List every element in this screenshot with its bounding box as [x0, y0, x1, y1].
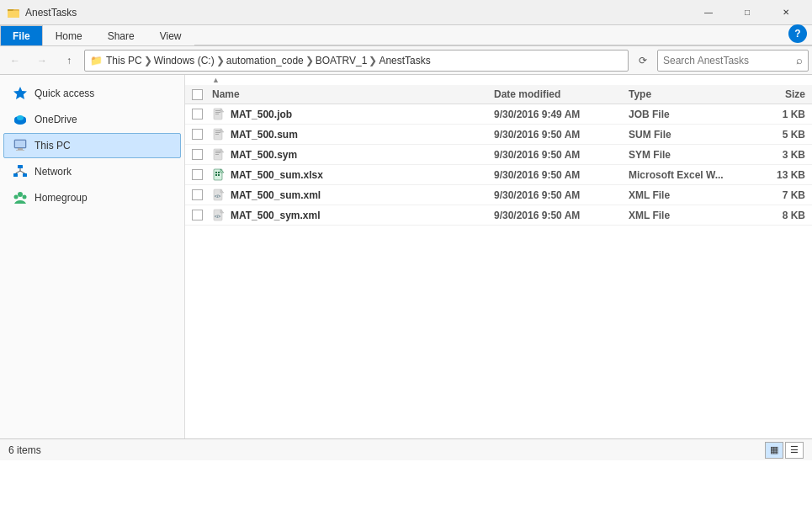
- header-name[interactable]: Name: [212, 88, 494, 100]
- tab-home[interactable]: Home: [43, 25, 95, 45]
- search-box[interactable]: ⌕: [657, 50, 809, 72]
- sum-icon: [212, 128, 226, 141]
- sidebar: Quick access OneDrive This PC: [0, 75, 185, 438]
- row-check[interactable]: [192, 129, 212, 140]
- sidebar-item-thispc[interactable]: This PC: [3, 133, 181, 158]
- help-button[interactable]: ?: [788, 24, 807, 43]
- table-row[interactable]: MAT_500.job 9/30/2016 9:49 AM JOB File 1…: [185, 104, 812, 125]
- svg-point-18: [14, 195, 19, 199]
- tab-file[interactable]: File: [0, 25, 43, 45]
- table-row[interactable]: MAT_500_sum.xlsx 9/30/2016 9:50 AM Micro…: [185, 165, 812, 185]
- view-details[interactable]: ☰: [785, 442, 804, 459]
- row-size: 7 KB: [746, 189, 805, 201]
- header-type[interactable]: Type: [629, 88, 746, 100]
- svg-line-16: [20, 171, 25, 173]
- svg-rect-10: [16, 150, 24, 151]
- sidebar-item-quickaccess[interactable]: Quick access: [3, 81, 181, 106]
- crumb-folder-icon: 📁: [90, 55, 103, 66]
- item-count: 6 items: [8, 444, 41, 456]
- row-check[interactable]: [192, 109, 212, 120]
- row-type: JOB File: [629, 109, 746, 120]
- header-size[interactable]: Size: [746, 88, 805, 100]
- svg-rect-12: [13, 173, 18, 177]
- view-large-icons[interactable]: ▦: [765, 442, 783, 459]
- svg-rect-9: [18, 148, 23, 150]
- row-type: Microsoft Excel W...: [629, 169, 746, 181]
- row-check[interactable]: [192, 169, 212, 180]
- svg-point-19: [23, 195, 27, 199]
- svg-line-15: [16, 171, 21, 173]
- svg-rect-36: [218, 174, 220, 176]
- status-bar: 6 items ▦ ☰: [0, 438, 812, 460]
- main-area: Quick access OneDrive This PC: [0, 75, 812, 438]
- address-box[interactable]: 📁 This PC ❯ Windows (C:) ❯ automation_co…: [84, 50, 629, 72]
- svg-rect-13: [23, 173, 27, 177]
- row-size: 3 KB: [746, 149, 805, 161]
- star-icon: [13, 86, 28, 101]
- table-row[interactable]: </> MAT_500_sum.xml 9/30/2016 9:50 AM XM…: [185, 185, 812, 205]
- svg-point-17: [18, 192, 23, 197]
- row-check[interactable]: [192, 149, 212, 160]
- network-icon: [13, 164, 28, 179]
- svg-rect-30: [215, 152, 220, 153]
- sidebar-item-homegroup[interactable]: Homegroup: [3, 185, 181, 210]
- tab-share[interactable]: Share: [95, 25, 147, 45]
- table-row[interactable]: MAT_500.sym 9/30/2016 9:50 AM SYM File 3…: [185, 145, 812, 165]
- svg-marker-2: [13, 87, 27, 99]
- svg-rect-21: [215, 110, 220, 111]
- search-icon: ⌕: [796, 54, 803, 66]
- crumb-boatrv: BOATRV_1: [316, 55, 368, 66]
- row-name: MAT_500.sym: [212, 148, 494, 162]
- sidebar-label-thispc: This PC: [34, 140, 71, 151]
- header-date[interactable]: Date modified: [494, 88, 629, 100]
- row-type: SUM File: [629, 129, 746, 141]
- close-button[interactable]: ✕: [767, 0, 805, 25]
- row-name: </> MAT_500_sym.xml: [212, 209, 494, 222]
- back-button[interactable]: ←: [3, 50, 27, 72]
- row-date: 9/30/2016 9:50 AM: [494, 149, 629, 161]
- row-check[interactable]: [192, 189, 212, 200]
- svg-rect-11: [18, 165, 23, 168]
- ribbon: File Home Share View ?: [0, 25, 812, 46]
- sidebar-label-homegroup: Homegroup: [34, 192, 88, 204]
- row-size: 13 KB: [746, 169, 805, 181]
- maximize-button[interactable]: □: [728, 0, 767, 25]
- row-name: MAT_500.sum: [212, 128, 494, 141]
- table-row[interactable]: MAT_500.sum 9/30/2016 9:50 AM SUM File 5…: [185, 125, 812, 145]
- sidebar-label-network: Network: [34, 166, 72, 178]
- up-button[interactable]: ↑: [57, 50, 81, 72]
- title-bar: AnestTasks — □ ✕: [0, 0, 812, 25]
- row-size: 1 KB: [746, 109, 805, 120]
- crumb-drive: Windows (C:): [154, 55, 215, 66]
- ribbon-tab-bar: File Home Share View ?: [0, 25, 812, 45]
- header-check[interactable]: [192, 89, 212, 100]
- row-check[interactable]: [192, 210, 212, 220]
- row-type: XML File: [629, 210, 746, 221]
- select-all-checkbox[interactable]: [192, 89, 203, 100]
- forward-button[interactable]: →: [30, 50, 54, 72]
- sidebar-label-quickaccess: Quick access: [34, 88, 94, 99]
- xml-icon: </>: [212, 189, 226, 202]
- sidebar-item-onedrive[interactable]: OneDrive: [3, 107, 181, 132]
- svg-rect-22: [215, 112, 220, 113]
- svg-point-6: [17, 115, 24, 120]
- sidebar-item-network[interactable]: Network: [3, 159, 181, 184]
- xlsx-icon: [212, 168, 226, 182]
- tab-view[interactable]: View: [147, 25, 194, 45]
- svg-rect-33: [215, 172, 217, 173]
- svg-rect-34: [218, 172, 220, 173]
- row-size: 8 KB: [746, 210, 805, 221]
- svg-rect-26: [215, 132, 220, 133]
- search-input[interactable]: [663, 55, 793, 66]
- row-date: 9/30/2016 9:49 AM: [494, 109, 629, 120]
- title-bar-controls: — □ ✕: [689, 0, 805, 25]
- row-name: </> MAT_500_sum.xml: [212, 189, 494, 202]
- cloud-icon: [13, 112, 28, 127]
- title-bar-icon: [7, 6, 20, 19]
- table-row[interactable]: </> MAT_500_sym.xml 9/30/2016 9:50 AM XM…: [185, 205, 812, 226]
- row-name: MAT_500.job: [212, 108, 494, 121]
- refresh-button[interactable]: ⟳: [632, 50, 654, 72]
- sym-icon: [212, 148, 226, 162]
- minimize-button[interactable]: —: [689, 0, 728, 25]
- svg-rect-29: [215, 151, 220, 151]
